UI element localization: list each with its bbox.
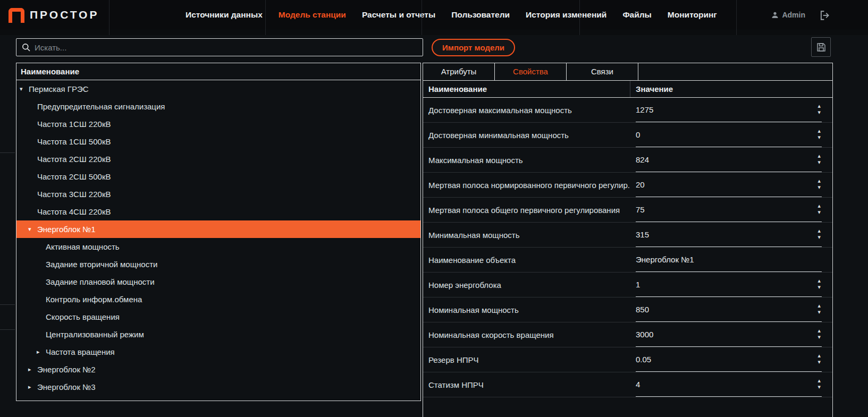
spinner-down-icon[interactable]: ▼ <box>818 186 821 190</box>
tree-item[interactable]: Частота 3СШ 220кВ <box>16 185 420 203</box>
spinner-down-icon[interactable]: ▼ <box>818 311 821 314</box>
property-value-field[interactable]: 20▲▼ <box>636 173 822 197</box>
spinner-up-icon[interactable]: ▲ <box>818 379 821 383</box>
caret-right-icon[interactable]: ▸ <box>28 366 37 373</box>
spinner-up-icon[interactable]: ▲ <box>818 354 821 358</box>
property-value: 1 <box>636 280 640 289</box>
spinner-up-icon[interactable]: ▲ <box>818 105 821 108</box>
search-input[interactable] <box>35 43 417 52</box>
tab-3[interactable]: Связи <box>567 63 638 80</box>
user-area: Admin <box>771 0 805 30</box>
tab-1[interactable]: Атрибуты <box>423 63 495 80</box>
header-divider <box>579 0 580 35</box>
tree-item[interactable]: Предупредительная сигнализация <box>16 98 420 115</box>
tree-item[interactable]: Задание плановой мощности <box>16 273 420 291</box>
spinner-up-icon[interactable]: ▲ <box>818 205 821 208</box>
gutter-line <box>0 329 15 330</box>
floppy-icon <box>816 42 827 53</box>
spinner-down-icon[interactable]: ▼ <box>818 361 821 364</box>
spinner-up-icon[interactable]: ▲ <box>818 180 821 183</box>
spinner-down-icon[interactable]: ▼ <box>818 286 821 290</box>
caret-down-icon[interactable]: ▾ <box>28 226 37 233</box>
property-value-field[interactable]: Энергоблок №1 <box>636 248 822 272</box>
gutter-line <box>0 304 15 305</box>
property-name: Мертвая полоса нормированного первичного… <box>423 173 630 197</box>
tree-item[interactable]: Частота 2СШ 220кВ <box>16 150 420 168</box>
tree-item[interactable]: ▸Частота вращения <box>16 343 420 361</box>
tree-item[interactable]: Централизованный режим <box>16 326 420 343</box>
spinner-up-icon[interactable]: ▲ <box>818 329 821 333</box>
caret-right-icon[interactable]: ▸ <box>37 348 46 355</box>
spinner-down-icon[interactable]: ▼ <box>818 111 821 115</box>
tree-item-label: Частота 1СШ 220кВ <box>37 120 111 129</box>
caret-down-icon[interactable]: ▾ <box>20 86 29 92</box>
spinner-up-icon[interactable]: ▲ <box>818 279 821 283</box>
nav-item-7[interactable]: Мониторинг <box>668 10 717 20</box>
tree-item[interactable]: Частота 1СШ 220кВ <box>16 115 420 133</box>
property-value: 850 <box>636 305 649 314</box>
user-icon <box>771 11 779 19</box>
column-header-value: Значение <box>630 84 673 93</box>
search-box <box>16 38 423 56</box>
number-spinner: ▲▼ <box>818 205 821 215</box>
gutter-line <box>0 152 15 153</box>
spinner-down-icon[interactable]: ▼ <box>818 236 821 240</box>
property-name: Номер энергоблока <box>423 273 630 297</box>
tree-item[interactable]: ▸Энергоблок №3 <box>16 378 420 396</box>
tree-item[interactable]: Контроль информ.обмена <box>16 291 420 308</box>
property-value-field[interactable]: 4▲▼ <box>636 372 822 397</box>
spinner-up-icon[interactable]: ▲ <box>818 304 821 308</box>
property-value-field[interactable]: 824▲▼ <box>636 148 822 172</box>
header-divider <box>736 0 737 35</box>
tree-item[interactable]: ▾Пермская ГРЭС <box>16 80 420 98</box>
save-button[interactable] <box>811 37 831 57</box>
tree-item[interactable]: Частота 1СШ 500кВ <box>16 133 420 150</box>
nav-item-4[interactable]: Пользователи <box>451 10 510 20</box>
tree-item-label: Частота 2СШ 220кВ <box>37 155 111 164</box>
spinner-down-icon[interactable]: ▼ <box>818 161 821 165</box>
property-row: Достоверная максимальная мощность1275▲▼ <box>423 98 832 123</box>
user-name: Admin <box>782 11 805 19</box>
spinner-up-icon[interactable]: ▲ <box>818 155 821 158</box>
tree-item-label: Энергоблок №1 <box>37 225 96 234</box>
tree-item-label: Частота 4СШ 220кВ <box>37 207 111 216</box>
tree-body: ▾Пермская ГРЭСПредупредительная сигнализ… <box>16 80 420 396</box>
property-value: 75 <box>636 205 645 214</box>
tab-2[interactable]: Свойства <box>495 63 567 80</box>
property-value-field[interactable]: 3000▲▼ <box>636 322 822 347</box>
nav-item-2[interactable]: Модель станции <box>279 10 346 20</box>
caret-right-icon[interactable]: ▸ <box>28 384 37 390</box>
number-spinner: ▲▼ <box>818 155 821 165</box>
property-value-field[interactable]: 0▲▼ <box>636 123 822 147</box>
tree-item[interactable]: Скорость вращения <box>16 308 420 326</box>
tree-item-label: Контроль информ.обмена <box>46 295 142 304</box>
spinner-down-icon[interactable]: ▼ <box>818 211 821 215</box>
tree-item[interactable]: ▸Энергоблок №2 <box>16 361 420 378</box>
tree-item[interactable]: Частота 2СШ 500кВ <box>16 168 420 185</box>
spinner-up-icon[interactable]: ▲ <box>818 229 821 233</box>
tree-item[interactable]: Активная мощность <box>16 238 420 256</box>
property-name: Минимальная мощность <box>423 223 630 247</box>
property-value-field[interactable]: 75▲▼ <box>636 198 822 222</box>
import-model-button[interactable]: Импорт модели <box>432 39 515 56</box>
nav-item-3[interactable]: Расчеты и отчеты <box>362 10 435 20</box>
spinner-down-icon[interactable]: ▼ <box>818 386 821 389</box>
tree-item[interactable]: ▾Энергоблок №1 <box>16 220 420 238</box>
property-value-field[interactable]: 850▲▼ <box>636 297 822 322</box>
spinner-down-icon[interactable]: ▼ <box>818 336 821 339</box>
tree-item[interactable]: Частота 4СШ 220кВ <box>16 203 420 220</box>
property-value-field[interactable]: 1▲▼ <box>636 273 822 297</box>
property-value-field[interactable]: 315▲▼ <box>636 223 822 247</box>
spinner-down-icon[interactable]: ▼ <box>818 136 821 140</box>
tree-item[interactable]: Задание вторичной мощности <box>16 256 420 273</box>
nav-item-5[interactable]: История изменений <box>526 10 606 20</box>
logout-icon[interactable] <box>819 10 831 21</box>
property-value-field[interactable]: 1275▲▼ <box>636 98 822 122</box>
spinner-up-icon[interactable]: ▲ <box>818 130 821 133</box>
tree-header: Наименование <box>16 63 420 80</box>
property-row: Достоверная минимальная мощность0▲▼ <box>423 123 832 148</box>
property-value-field[interactable]: 0.05▲▼ <box>636 347 822 372</box>
nav-item-6[interactable]: Файлы <box>622 10 651 20</box>
nav-item-1[interactable]: Источники данных <box>186 10 263 20</box>
property-row: Минимальная мощность315▲▼ <box>423 223 832 248</box>
